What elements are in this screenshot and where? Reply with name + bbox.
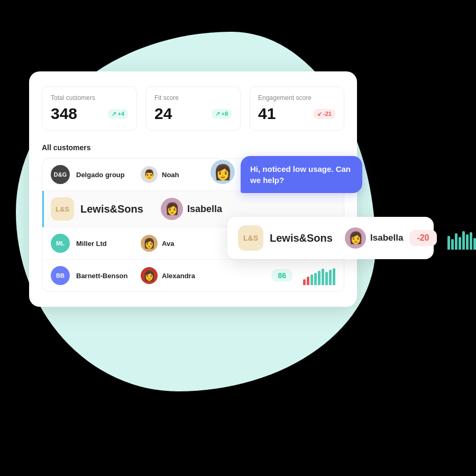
company-name-lewis: Lewis&Sons [80,203,154,215]
avatar-isabella: 👩 [161,198,183,220]
bar [325,272,328,285]
ext-score-lewis: -20 [409,230,436,246]
ext-name-isabella: Isabella [370,233,403,243]
bar [322,269,324,285]
arrow-up-icon-2: ↗ [215,111,220,117]
stat-badge-fit: ↗ +8 [212,109,232,119]
chart-barnett [303,266,335,285]
stats-row: Total customers 348 ↗ +4 Fit score 24 ↗ … [42,86,344,131]
bar [303,279,306,285]
scene: Total customers 348 ↗ +4 Fit score 24 ↗ … [0,0,476,476]
bar [455,233,457,250]
stat-value-row-total: 348 ↗ +4 [51,105,128,123]
chat-bubble: Hi, noticed low usage. Can we help? [241,156,362,193]
agent-name-ava: Ava [162,240,174,248]
bar [318,271,321,285]
stat-card-engagement: Engagement score 41 ↙ -21 [249,86,344,131]
stat-card-fit-score: Fit score 24 ↗ +8 [145,86,241,131]
avatar-alexandra: 👩 [141,267,158,284]
agent-name-noah: Noah [162,171,179,179]
agent-area-barnett: 👩 Alexandra [141,267,265,284]
extended-lewis-card: L&S Lewis&Sons 👩 Isabella -20 [227,217,434,259]
avatar-delgado: D&G [51,165,70,184]
stat-badge-total: ↗ +4 [108,109,128,119]
stat-value-fit: 24 [154,105,172,123]
agent-name-alexandra: Alexandra [162,272,195,280]
bar [310,274,313,285]
stat-value-row-engagement: 41 ↙ -21 [258,105,335,123]
ext-chart-lewis [447,226,477,250]
stat-value-engagement: 41 [258,105,276,123]
avatar-noah: 👨 [141,166,158,183]
bar [466,234,469,250]
avatar-ava: 👩 [141,235,158,252]
bar [307,277,309,285]
avatar-barnett: BB [51,266,70,285]
customer-row-barnett[interactable]: BB Barnett-Benson 👩 Alexandra 86 [42,260,344,291]
bar [447,236,450,250]
stat-label-fit: Fit score [154,94,232,102]
bar [459,237,461,250]
bar [462,231,465,250]
avatar-miller: ML [51,234,70,253]
bar [451,239,454,250]
ext-company-lewis: Lewis&Sons [270,232,338,244]
ext-agent-lewis: 👩 Isabella [345,227,403,249]
chat-bubble-text: Hi, noticed low usage. Can we help? [250,164,351,185]
bar [314,273,317,285]
ext-avatar-lewis: L&S [238,225,263,251]
stat-card-total-customers: Total customers 348 ↗ +4 [42,86,137,131]
stat-label-engagement: Engagement score [258,94,335,102]
company-name-delgado: Delgado group [76,171,134,179]
bar [470,232,472,250]
chat-avatar: 👩 [209,158,236,186]
stat-label-total: Total customers [51,94,128,102]
bar [329,270,332,285]
stat-value-total: 348 [51,105,77,123]
stat-value-row-fit: 24 ↗ +8 [154,105,232,123]
arrow-down-icon: ↙ [317,111,322,117]
company-name-miller: Miller Ltd [76,240,134,248]
chat-bubble-wrapper: 👩 Hi, noticed low usage. Can we help? [209,156,362,193]
company-name-barnett: Barnett-Benson [76,272,134,280]
bar [333,268,335,285]
bar [473,238,476,250]
agent-name-isabella: Isabella [187,204,222,215]
stat-badge-engagement: ↙ -21 [314,109,335,119]
score-barnett: 86 [271,269,292,282]
ext-avatar-isabella: 👩 [345,227,366,249]
arrow-up-icon: ↗ [112,111,116,117]
section-title: All customers [42,143,344,152]
avatar-lewis: L&S [51,197,74,221]
